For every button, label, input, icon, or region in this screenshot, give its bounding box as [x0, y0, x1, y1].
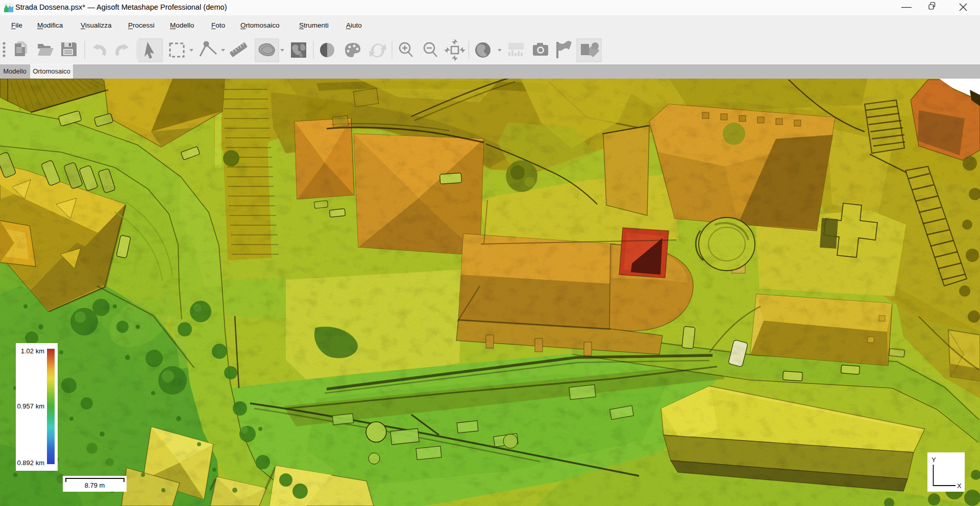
svg-text:X: X — [957, 482, 962, 490]
svg-text:Y: Y — [932, 456, 936, 464]
